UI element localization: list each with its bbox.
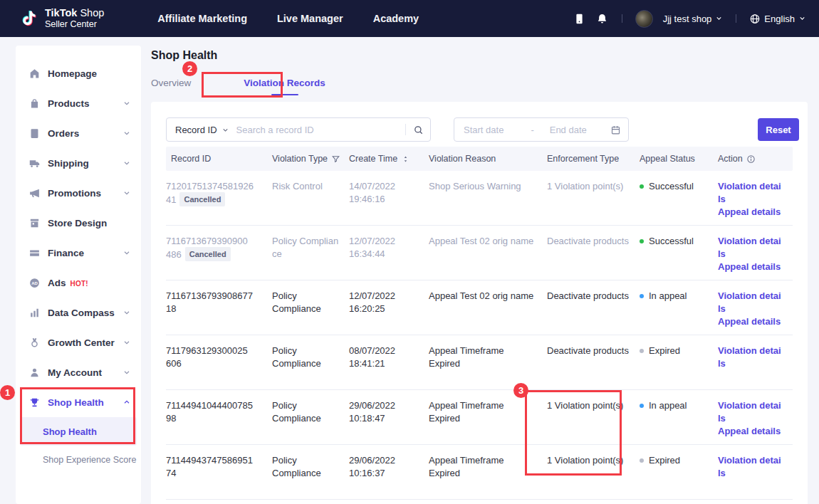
column-label: Violation Reason [429, 154, 496, 164]
violation-type-cell: Policy Compliance [272, 235, 349, 280]
shop-account-menu[interactable]: Jjj test shop [663, 14, 724, 24]
truck-icon [28, 157, 41, 169]
status-dot [640, 184, 644, 189]
sidebar-item-homepage[interactable]: Homepage [16, 58, 141, 88]
annotation-step-1: 1 [0, 385, 15, 400]
sidebar-item-label: My Account [48, 367, 122, 378]
sidebar-subitem-shop-experience-score[interactable]: Shop Experience Score [20, 446, 137, 474]
appeal-details-link[interactable]: Appeal details [718, 261, 783, 273]
record-id-search: Record ID [166, 117, 431, 142]
appeal-details-link[interactable]: Appeal details [718, 206, 783, 219]
appeal-status-cell: Successful [640, 235, 718, 280]
sidebar-item-data-compass[interactable]: Data Compass [16, 298, 141, 327]
appeal-status-cell: In appeal [640, 399, 718, 444]
search-field-selector[interactable]: Record ID [167, 125, 236, 135]
card-icon [28, 247, 41, 259]
violation-details-link[interactable]: Violation details [718, 454, 783, 480]
search-input[interactable] [236, 125, 405, 135]
violation-type-cell: PolicyCompliance [272, 454, 349, 499]
avatar[interactable] [635, 10, 653, 28]
violation-details-link[interactable]: Violation details [718, 235, 783, 261]
chevron-down-icon [221, 126, 229, 134]
sidebar-item-ads[interactable]: ADAdsHOT! [16, 268, 141, 298]
sort-icon[interactable] [401, 154, 410, 164]
tab-violation-records[interactable]: Violation Records [244, 78, 325, 95]
sidebar-item-label: AdsHOT! [48, 278, 131, 288]
violation-details-link[interactable]: Violation details [718, 180, 783, 206]
sidebar-item-label: Orders [48, 128, 122, 139]
sidebar-item-my-account[interactable]: My Account [16, 357, 141, 387]
sidebar-item-label: Shop Health [48, 397, 122, 408]
topbar-nav-live-manager[interactable]: Live Manager [277, 13, 343, 24]
create-time-cell: 29/06/202210:16:37 [349, 454, 429, 499]
status-dot [640, 404, 644, 408]
filter-icon[interactable] [331, 154, 340, 164]
globe-icon [749, 13, 761, 24]
bag-icon [28, 98, 41, 110]
sidebar-item-finance[interactable]: Finance [16, 238, 141, 268]
sidebar-item-label: Homepage [48, 68, 131, 79]
info-icon[interactable] [746, 154, 756, 164]
status-label: Successful [649, 235, 694, 248]
topbar-nav-academy[interactable]: Academy [373, 13, 419, 24]
sidebar-item-growth-center[interactable]: Growth Center [16, 327, 141, 357]
language-selector[interactable]: English [749, 13, 806, 24]
status-dot [640, 294, 644, 298]
column-label: Record ID [171, 154, 211, 164]
status-label: Expired [649, 454, 680, 467]
table-row: 7116713679390867718PolicyCompliance12/07… [166, 280, 793, 335]
sidebar-item-store-design[interactable]: Store Design [16, 208, 141, 238]
notifications-bell-icon[interactable] [596, 12, 609, 25]
chevron-down-icon [122, 248, 131, 257]
tiktok-logo-icon [20, 9, 38, 28]
chevron-down-icon [122, 338, 131, 347]
action-cell: Violation detailsAppeal details [718, 235, 793, 280]
chevron-down-icon [122, 159, 131, 167]
sidebar-item-shop-health[interactable]: Shop Health [16, 387, 141, 417]
enforcement-type-cell: Deactivate products [547, 290, 640, 335]
violation-type-cell: PolicyCompliance [272, 399, 349, 444]
create-time-cell: 29/06/202210:18:47 [349, 399, 429, 444]
column-header-create-time: Create Time [349, 154, 429, 164]
violation-type-cell: PolicyCompliance [272, 345, 349, 389]
column-label: Appeal Status [640, 154, 695, 164]
tab-overview[interactable]: Overview [151, 78, 191, 95]
action-cell: Violation detailsAppeal details [718, 399, 793, 444]
sidebar-subitem-shop-health[interactable]: Shop Health [20, 417, 137, 446]
medal-icon [28, 337, 41, 349]
svg-text:AD: AD [31, 280, 38, 285]
appeal-status-cell: Successful [640, 180, 718, 225]
table-row: 7114494374758695174PolicyCompliance29/06… [166, 445, 793, 500]
reset-button[interactable]: Reset [758, 118, 799, 141]
search-icon[interactable] [406, 125, 430, 135]
sidebar-menu: HomepageProductsOrdersShippingPromotions… [16, 58, 141, 474]
column-header-violation-type: Violation Type [272, 154, 349, 164]
page-title: Shop Health [151, 49, 217, 62]
sidebar-item-shipping[interactable]: Shipping [16, 148, 141, 178]
brand-text: TikTok Shop Seller Center [45, 7, 104, 29]
mobile-app-icon[interactable] [573, 12, 586, 25]
status-dot [640, 458, 644, 463]
violation-details-link[interactable]: Violation details [718, 290, 783, 315]
end-date-field[interactable]: End date [550, 125, 587, 135]
appeal-details-link[interactable]: Appeal details [718, 425, 783, 438]
start-date-field[interactable]: Start date [464, 125, 504, 135]
date-range-picker[interactable]: Start date - End date [454, 117, 629, 142]
brand-logo[interactable]: TikTok Shop Seller Center [20, 7, 104, 29]
topbar-nav-affiliate-marketing[interactable]: Affiliate Marketing [157, 13, 247, 24]
sidebar-item-orders[interactable]: Orders [16, 118, 141, 148]
sidebar-item-promotions[interactable]: Promotions [16, 178, 141, 208]
sidebar-item-label: Finance [48, 248, 122, 258]
sidebar-item-products[interactable]: Products [16, 88, 141, 118]
violation-details-link[interactable]: Violation details [718, 399, 783, 425]
sidebar-item-label: Store Design [48, 218, 131, 229]
megaphone-icon [28, 187, 41, 199]
sidebar-item-label: Products [48, 98, 122, 109]
person-icon [28, 367, 41, 379]
annotation-step-2: 2 [182, 61, 197, 76]
table-row: 7116713679390900486CancelledPolicy Compl… [166, 226, 793, 280]
appeal-details-link[interactable]: Appeal details [718, 315, 783, 328]
enforcement-type-cell: 1 Violation point(s) [547, 454, 640, 499]
violation-details-link[interactable]: Violation details [718, 345, 783, 370]
status-label: In appeal [649, 290, 687, 303]
